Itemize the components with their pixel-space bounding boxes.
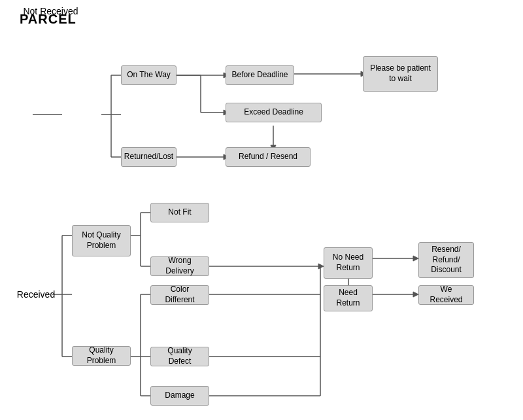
- quality-defect-node: Quality Defect: [150, 347, 209, 366]
- resend-refund-discount-node: Resend/ Refund/ Discount: [418, 242, 474, 278]
- no-need-return-node: No Need Return: [324, 247, 373, 279]
- we-received-node: We Received: [418, 285, 474, 305]
- svg-marker-31: [413, 292, 418, 297]
- quality-problem-node: Quality Problem: [72, 346, 131, 366]
- not-received-node: Not Received: [0, 0, 101, 22]
- refund-resend-top-node: Refund / Resend: [226, 147, 311, 167]
- damage-node: Damage: [150, 386, 209, 406]
- svg-marker-29: [413, 256, 418, 261]
- color-different-node: Color Different: [150, 285, 209, 305]
- not-fit-node: Not Fit: [150, 203, 209, 222]
- returned-lost-node: Returned/Lost: [121, 147, 177, 167]
- received-node: Received: [10, 283, 62, 306]
- on-the-way-node: On The Way: [121, 65, 177, 85]
- not-quality-problem-node: Not Quality Problem: [72, 225, 131, 256]
- need-return-node: Need Return: [324, 285, 373, 311]
- wrong-delivery-node: Wrong Delivery: [150, 256, 209, 276]
- svg-marker-27: [318, 264, 324, 269]
- exceed-deadline-node: Exceed Deadline: [226, 103, 322, 122]
- before-deadline-node: Before Deadline: [226, 65, 294, 85]
- please-wait-node: Please be patient to wait: [363, 56, 438, 92]
